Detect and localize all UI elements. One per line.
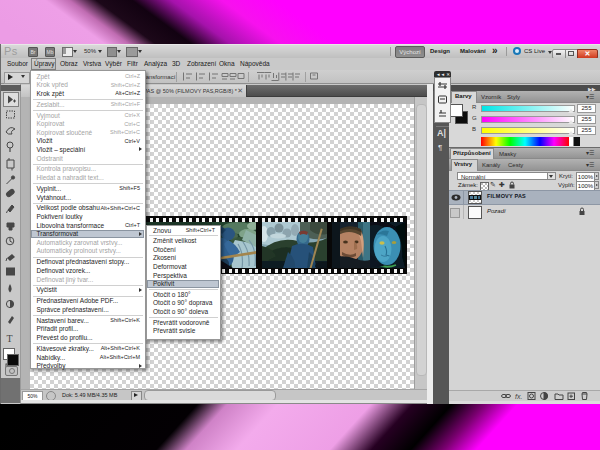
svg-text:fx.: fx. — [515, 393, 522, 400]
svg-text:T: T — [7, 333, 13, 344]
